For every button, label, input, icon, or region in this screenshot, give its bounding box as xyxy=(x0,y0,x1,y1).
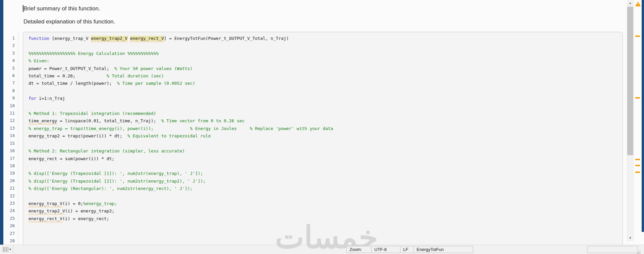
warning-marker[interactable] xyxy=(635,172,640,173)
code-line[interactable]: dt = total_time / length(power); % Time … xyxy=(29,80,620,87)
code-line[interactable] xyxy=(29,103,620,110)
line-number: 8 xyxy=(3,87,15,94)
line-number: 27 xyxy=(3,230,15,237)
line-number: 4 xyxy=(3,57,15,64)
line-number: 13 xyxy=(3,125,15,132)
line-number: 10 xyxy=(3,102,15,110)
code-line[interactable]: energy_trap2_V(i) = energy_trap2; xyxy=(29,207,620,215)
vertical-scrollbar[interactable]: ▲ ▼ xyxy=(627,0,634,241)
line-number: 21 xyxy=(3,185,15,192)
warning-exclamation: ! xyxy=(637,2,639,6)
status-bar-items: ▾ Zoom: 100% UTF-8 LF EnergyTotFun xyxy=(0,245,644,254)
warning-marker[interactable] xyxy=(635,97,640,99)
line-number: 14 xyxy=(3,132,15,139)
line-number: 3 xyxy=(3,50,15,57)
scrollbar-thumb[interactable] xyxy=(627,7,633,155)
code-line[interactable]: time_energy = linspace(0.01, total_time,… xyxy=(29,117,620,125)
line-number: 6 xyxy=(3,72,15,79)
scroll-up-icon[interactable]: ▲ xyxy=(627,0,634,6)
warning-triangle-icon[interactable]: ! xyxy=(635,1,641,6)
code-line[interactable]: % energy_trap = trapz(time_energy(i), po… xyxy=(29,125,620,132)
columns-widget[interactable]: ▾ xyxy=(3,246,11,252)
code-editor[interactable]: function [energy_trap_V energy_trap2_V e… xyxy=(23,32,623,248)
code-lines[interactable]: function [energy_trap_V energy_trap2_V e… xyxy=(29,35,620,245)
function-detailed-explanation[interactable]: Detailed explanation of this function. xyxy=(23,18,115,25)
code-line[interactable] xyxy=(29,87,620,95)
line-number: 20 xyxy=(3,177,15,185)
window-edge-left xyxy=(0,0,3,245)
status-empty-box xyxy=(587,246,638,253)
line-number: 22 xyxy=(3,192,15,200)
code-line[interactable]: function [energy_trap_V energy_trap2_V e… xyxy=(29,35,620,42)
line-number: 25 xyxy=(3,215,15,222)
line-number: 1 xyxy=(3,35,15,42)
text-caret xyxy=(23,5,23,12)
warning-marker[interactable] xyxy=(635,159,640,160)
warning-marker[interactable] xyxy=(635,36,640,37)
line-number: 15 xyxy=(3,140,15,147)
scroll-down-icon[interactable]: ▼ xyxy=(627,235,634,241)
line-number: 26 xyxy=(3,222,15,230)
line-number: 7 xyxy=(3,79,15,87)
line-number: 23 xyxy=(3,200,15,207)
line-number: 5 xyxy=(3,65,15,72)
status-zoom-level[interactable]: Zoom: 100% xyxy=(346,246,372,253)
dropdown-arrow-icon: ▾ xyxy=(9,248,11,251)
line-number: 9 xyxy=(3,94,15,102)
code-line[interactable]: %%%%%%%%%%%%%%%%%% Energy Calculation %%… xyxy=(29,50,620,57)
function-brief-summary[interactable]: Brief summary of this function. xyxy=(23,5,100,12)
columns-icon xyxy=(3,247,8,252)
status-encoding[interactable]: UTF-8 xyxy=(371,246,400,253)
code-line[interactable] xyxy=(29,140,620,147)
line-number-gutter: 1234567891011121314151617181920212223242… xyxy=(3,35,15,245)
code-line[interactable]: energy_rect = sum(power(i)) * dt; xyxy=(29,155,620,163)
warning-marker[interactable] xyxy=(635,165,640,166)
window-edge-right xyxy=(642,0,644,232)
line-number: 18 xyxy=(3,162,15,170)
status-line-ending[interactable]: LF xyxy=(400,246,414,253)
code-line[interactable] xyxy=(29,42,620,50)
line-number: 11 xyxy=(3,110,15,117)
code-line[interactable]: energy_trap_V(i) = 0;%energy_trap; xyxy=(29,200,620,207)
line-number: 2 xyxy=(3,42,15,49)
code-line[interactable]: % disp(['Energy (Rectangular): ', num2st… xyxy=(29,185,620,192)
line-number: 16 xyxy=(3,147,15,154)
code-line[interactable]: % Method 2: Rectangular integration (sim… xyxy=(29,147,620,155)
code-line[interactable]: % disp(['Energy (Trapezoidal [1]): ', nu… xyxy=(29,170,620,177)
line-number: 28 xyxy=(3,237,15,245)
code-line[interactable]: total_time = 0.26; % Total duration (sec… xyxy=(29,72,620,80)
code-line[interactable] xyxy=(29,163,620,170)
code-line[interactable]: energy_trap2 = trapz(power(i)) * dt; % E… xyxy=(29,132,620,140)
gutter-divider xyxy=(18,32,18,245)
code-line[interactable] xyxy=(29,193,620,200)
line-number: 17 xyxy=(3,155,15,162)
resize-grip-icon[interactable] xyxy=(640,251,642,253)
line-number: 24 xyxy=(3,207,15,214)
line-number: 19 xyxy=(3,170,15,177)
status-filename[interactable]: EnergyTotFun xyxy=(414,246,473,253)
warning-rail: ! xyxy=(635,0,641,245)
code-line[interactable]: % disp(['Energy (Trapezoidal [2]): ', nu… xyxy=(29,178,620,185)
code-line[interactable]: % Given: xyxy=(29,57,620,65)
code-line[interactable]: for i=1:n_Traj xyxy=(29,95,620,102)
code-line[interactable]: power = Power_t_OUTPUT_V_Total; % Your 5… xyxy=(29,65,620,72)
code-line[interactable]: % Method 1: Trapezoidal integration (rec… xyxy=(29,110,620,117)
line-number: 12 xyxy=(3,117,15,124)
matlab-editor-window: Brief summary of this function. Detailed… xyxy=(0,0,644,254)
statusbar-divider xyxy=(13,246,13,253)
